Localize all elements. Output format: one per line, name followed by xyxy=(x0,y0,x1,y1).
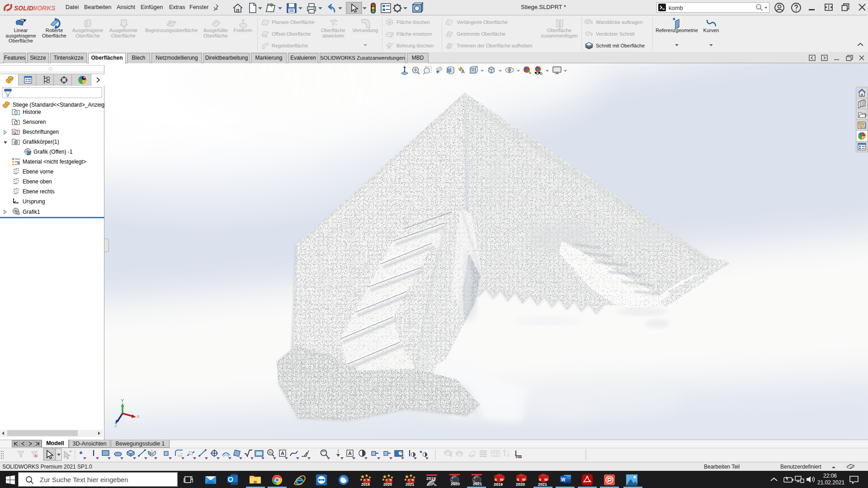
svg-text:A: A xyxy=(461,69,465,74)
svg-text:2019: 2019 xyxy=(494,482,503,486)
svg-text:N: N xyxy=(269,450,272,455)
svg-text:SOLID: SOLID xyxy=(14,5,33,12)
svg-text:2020: 2020 xyxy=(451,482,460,486)
svg-text:W: W xyxy=(390,479,392,481)
svg-text:A: A xyxy=(281,450,284,456)
svg-text:2020: 2020 xyxy=(383,482,392,486)
svg-text:x: x xyxy=(137,414,139,419)
svg-text:W: W xyxy=(412,479,415,481)
svg-text:Y: Y xyxy=(121,398,124,404)
svg-text:S: S xyxy=(408,479,410,481)
svg-text:2021: 2021 xyxy=(538,482,547,486)
svg-text:W: W xyxy=(522,478,526,482)
svg-text:W: W xyxy=(368,479,370,481)
svg-text:Z: Z xyxy=(114,422,118,428)
svg-text:S: S xyxy=(386,479,388,481)
svg-text:S: S xyxy=(539,478,542,482)
svg-text:W: W xyxy=(561,477,566,482)
svg-text:2021: 2021 xyxy=(406,482,414,486)
svg-text:S: S xyxy=(517,478,519,482)
svg-text:2020: 2020 xyxy=(516,482,525,486)
svg-text:S: S xyxy=(364,479,366,481)
svg-text:W: W xyxy=(500,478,504,482)
svg-text:A: A xyxy=(348,450,352,456)
svg-text:2019: 2019 xyxy=(361,482,370,486)
svg-text:2021: 2021 xyxy=(473,482,482,486)
svg-text:S: S xyxy=(495,478,497,482)
svg-text:W: W xyxy=(544,478,548,482)
svg-text:A: A xyxy=(14,131,17,135)
svg-text:WORKS: WORKS xyxy=(31,5,56,12)
